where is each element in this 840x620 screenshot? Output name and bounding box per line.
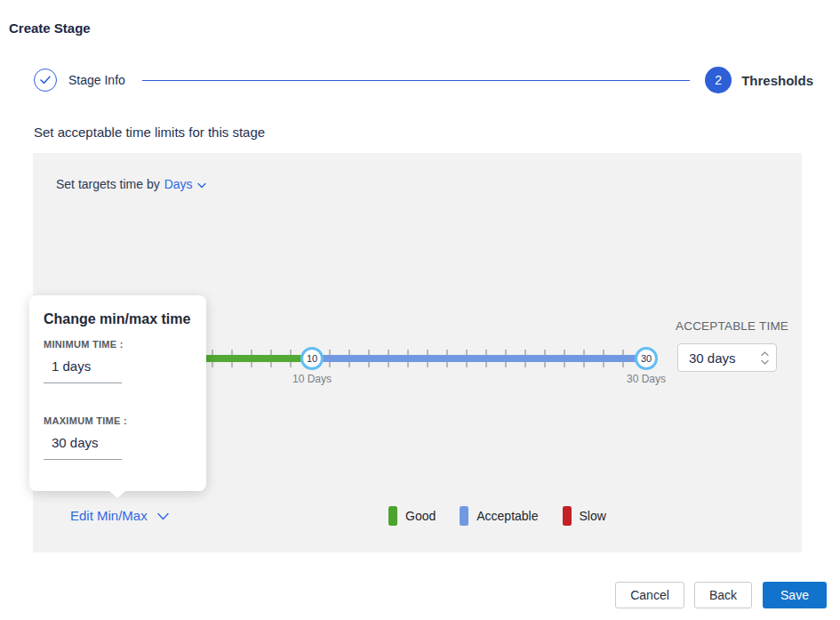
legend-item-good: Good <box>388 506 436 526</box>
chevron-down-icon <box>157 508 169 523</box>
stepper: Stage Info 2 Thresholds <box>34 65 813 95</box>
save-button[interactable]: Save <box>763 582 827 608</box>
target-time-by: Set targets time by Days <box>56 177 206 191</box>
edit-minmax-label: Edit Min/Max <box>70 508 148 523</box>
chevron-down-icon <box>197 177 206 191</box>
edit-minmax-button[interactable]: Edit Min/Max <box>70 508 169 523</box>
target-time-by-dropdown[interactable]: Days <box>164 177 206 191</box>
slider-handle-max[interactable]: 30 <box>635 347 658 370</box>
page-title: Create Stage <box>9 20 91 36</box>
section-heading: Set acceptable time limits for this stag… <box>34 125 265 140</box>
legend: Good Acceptable Slow <box>388 506 606 526</box>
legend-swatch-good <box>388 506 397 526</box>
back-button[interactable]: Back <box>694 582 752 608</box>
acceptable-time-input[interactable] <box>689 350 746 366</box>
legend-label-slow: Slow <box>580 509 606 523</box>
step-number-badge: 2 <box>715 73 722 87</box>
slider-handle-min[interactable]: 10 <box>300 347 324 370</box>
legend-swatch-slow <box>563 506 572 526</box>
check-icon <box>40 72 51 88</box>
spinner-up-icon[interactable] <box>761 351 769 357</box>
legend-label-acceptable: Acceptable <box>476 509 538 523</box>
step-thresholds[interactable]: 2 <box>705 67 732 93</box>
target-time-by-value: Days <box>164 177 193 191</box>
target-time-by-label: Set targets time by <box>56 177 160 191</box>
acceptable-time-label: ACCEPTABLE TIME <box>676 319 788 333</box>
maximum-time-input[interactable] <box>44 431 122 460</box>
minimum-time-input[interactable] <box>44 355 122 383</box>
popup-title: Change min/max time <box>44 311 192 327</box>
slider-handle-max-label: 30 Days <box>627 373 666 385</box>
legend-item-acceptable: Acceptable <box>460 506 538 526</box>
step-stage-info-label: Stage Info <box>68 73 125 87</box>
step-stage-info[interactable] <box>34 68 57 92</box>
minmax-popup: Change min/max time MINIMUM TIME : MAXIM… <box>29 295 206 491</box>
step-thresholds-label: Thresholds <box>741 73 813 88</box>
acceptable-time-field <box>677 343 777 372</box>
legend-item-slow: Slow <box>563 506 606 526</box>
acceptable-time-spinner <box>761 351 769 365</box>
cancel-button[interactable]: Cancel <box>615 582 684 608</box>
spinner-down-icon[interactable] <box>761 359 769 365</box>
legend-label-good: Good <box>405 509 436 523</box>
maximum-time-label: MAXIMUM TIME : <box>44 415 192 426</box>
stepper-connector <box>142 80 690 81</box>
slider-handle-min-label: 10 Days <box>292 373 332 385</box>
legend-swatch-acceptable <box>460 506 468 526</box>
minimum-time-label: MINIMUM TIME : <box>44 339 192 350</box>
